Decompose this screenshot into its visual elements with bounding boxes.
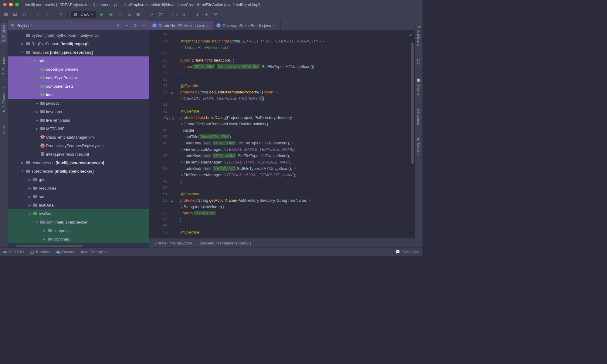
gutter-line[interactable]: 45 [149, 133, 176, 140]
breadcrumb-class[interactable]: CreateHtmlFileAction [155, 241, 192, 245]
expand-arrow-icon[interactable] [35, 135, 39, 139]
tree-row[interactable]: ▶resources [8, 184, 149, 192]
expand-arrow-icon[interactable]: ▼ [28, 59, 32, 62]
close-tab-icon[interactable]: × [206, 23, 210, 28]
project-panel-title[interactable]: Project [10, 23, 113, 28]
open-icon[interactable] [2, 11, 10, 18]
run-anything-icon[interactable] [171, 11, 178, 18]
tree-row[interactable]: ▶dictionary [8, 235, 149, 243]
maximize-window[interactable] [15, 3, 19, 6]
debug-icon[interactable] [107, 11, 114, 18]
tool-tab-structure[interactable]: 7: Structure [1, 52, 7, 76]
expand-arrow-icon[interactable]: ▶ [35, 84, 39, 88]
tree-row[interactable]: <>ClassTemplateManager.xml [8, 133, 149, 141]
tree-row[interactable]: ▼resources [intellij.java.resources] [8, 48, 149, 56]
expand-arrow-icon[interactable]: ▶ [28, 178, 32, 181]
expand-arrow-icon[interactable]: ▶ [42, 229, 46, 232]
tree-row[interactable]: ▶src [8, 192, 149, 201]
tree-row[interactable]: ▼testSrc [8, 209, 149, 218]
expand-arrow-icon[interactable]: ▶ [35, 110, 39, 113]
gutter-line[interactable]: 37 [149, 83, 176, 89]
expand-arrow-icon[interactable]: ▶ [21, 42, 24, 46]
tool-tab-ant[interactable]: 🐜 Ant Build [415, 22, 422, 48]
gutter-line[interactable]: 38●↑ [149, 89, 176, 95]
expand-arrow-icon[interactable]: ▶ [35, 127, 39, 130]
status-event-log[interactable]: 💬 Event Log [395, 250, 419, 254]
gutter-line[interactable]: 43●↑ @ [149, 114, 176, 121]
vcs-update-icon[interactable] [194, 11, 201, 18]
gutter-line[interactable]: 46 [149, 140, 176, 146]
expand-arrow-icon[interactable]: ▶ [35, 118, 39, 122]
hide-icon[interactable]: — [141, 23, 147, 28]
tree-row[interactable]: ▶codeStylePreview [8, 73, 149, 82]
tool-tab-project[interactable]: 1: Project [1, 23, 7, 43]
expand-arrow-icon[interactable]: ▶ [35, 76, 39, 79]
gutter-line[interactable]: 51 [149, 191, 176, 197]
tree-row[interactable]: ▶idea [8, 90, 149, 99]
tree-row[interactable]: ▶codeStyle.preview [8, 65, 149, 73]
tree-row[interactable]: ▶liveTemplates [8, 116, 149, 124]
gutter-line[interactable]: 56 [149, 229, 176, 235]
expand-arrow-icon[interactable]: ▼ [28, 212, 32, 215]
tool-tab-gradle[interactable]: 🐘 Gradle [415, 76, 422, 97]
editor-tab[interactable]: CCreateHtmlFileAction.java× [149, 21, 213, 30]
tool-tab-database[interactable]: Database [415, 106, 422, 127]
expand-arrow-icon[interactable]: ▼ [35, 220, 39, 224]
tree-row[interactable]: python [intellij-python-community-impl] [8, 31, 149, 39]
project-tree[interactable]: python [intellij-python-community-impl]▶… [8, 30, 149, 244]
tree-row[interactable]: ▼com.intellij.spellchecker [8, 218, 149, 226]
gutter-line[interactable]: 35 [149, 70, 176, 76]
gutter-line[interactable]: 54 [149, 216, 176, 223]
gutter-line[interactable]: 50 [149, 184, 176, 191]
expand-arrow-icon[interactable]: ▶ [21, 161, 24, 164]
tool-tab-favorites[interactable]: ★ 2: Favorites [1, 86, 7, 115]
close-window[interactable] [3, 3, 7, 6]
gutter-line[interactable]: 36 [149, 76, 176, 83]
build-icon[interactable] [57, 11, 64, 18]
expand-arrow-icon[interactable] [35, 144, 39, 147]
code-content[interactable]: @NonNls private static final String DEFA… [176, 30, 415, 238]
gutter-line[interactable]: 32 [149, 51, 176, 57]
minimize-window[interactable] [9, 3, 13, 6]
wrench-icon[interactable] [148, 11, 155, 18]
gutter-line[interactable] [149, 121, 176, 127]
gutter-line[interactable]: 55 [149, 223, 176, 229]
gutter-line[interactable]: 44 [149, 127, 176, 133]
gear-icon[interactable]: ✿ [132, 23, 138, 28]
gutter-line[interactable]: 41 [149, 102, 176, 108]
tool-tab-cdi[interactable]: CDI [415, 57, 422, 67]
expand-arrow-icon[interactable]: ▶ [28, 195, 32, 198]
status-docker[interactable]: 🐳 Docker [56, 250, 75, 254]
tree-row[interactable]: ▶keymaps [8, 107, 149, 116]
breadcrumb-method[interactable]: getDefaultTemplateProperty() [199, 241, 251, 245]
tree-row[interactable]: ▶resources-en [intellij.java.resources.e… [8, 158, 149, 167]
expand-arrow-icon[interactable]: ▶ [28, 186, 32, 190]
gutter[interactable]: 303132333435363738●↑414243●↑ @4445464748… [149, 30, 176, 238]
tree-row[interactable]: ▼spellchecker [intellij.spellchecker] [8, 167, 149, 175]
coverage-icon[interactable] [116, 11, 124, 18]
gutter-line[interactable] [149, 172, 176, 178]
tree-row[interactable]: ▶gen [8, 175, 149, 184]
gutter-line[interactable]: 33 [149, 57, 176, 63]
expand-arrow-icon[interactable]: ▼ [21, 169, 24, 173]
tool-tab-maven[interactable]: m Maven [415, 136, 422, 157]
save-icon[interactable] [12, 11, 19, 18]
tree-row[interactable]: <>ProductivityFeaturesRegistry.xml [8, 141, 149, 150]
expand-arrow-icon[interactable]: ▶ [35, 67, 39, 71]
tree-row[interactable]: ▶testData [8, 201, 149, 209]
gutter-line[interactable] [149, 95, 176, 102]
gutter-line[interactable]: 42 [149, 108, 176, 114]
tree-row[interactable]: intellij.java.resources.iml [8, 150, 149, 158]
gutter-line[interactable]: 30 [149, 32, 176, 38]
tree-h-scrollbar[interactable] [8, 244, 149, 248]
status-terminal[interactable]: Terminal [30, 250, 50, 254]
tree-row[interactable]: ▶javadoc [8, 99, 149, 107]
vcs-history-icon[interactable] [212, 11, 219, 18]
editor-tab[interactable]: CCoverageSuitesBundle.java× [213, 21, 280, 30]
status-java-enterprise[interactable]: Java Enterprise [80, 250, 107, 254]
expand-arrow-icon[interactable] [35, 152, 39, 156]
gutter-line[interactable]: 31 [149, 38, 176, 44]
expand-arrow-icon[interactable] [21, 33, 24, 37]
structure-icon[interactable] [157, 11, 164, 18]
code-area[interactable]: ✔ 303132333435363738●↑414243●↑ @44454647… [149, 30, 415, 238]
